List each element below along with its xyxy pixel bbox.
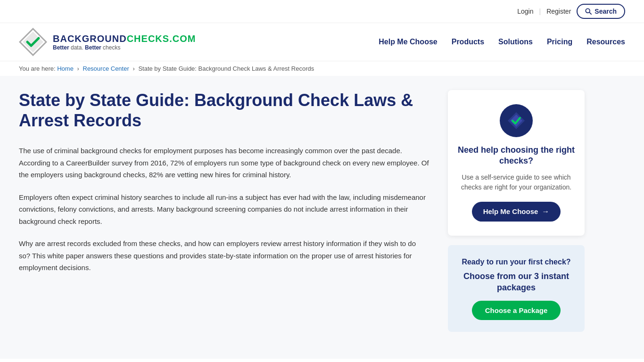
logo-tagline-better2: Better xyxy=(85,44,101,51)
sidebar-card-packages: Ready to run your first check? Choose fr… xyxy=(448,245,585,332)
logo-text: BACKGROUNDCHECKS.COM Better data. Better… xyxy=(53,33,196,51)
sidebar: Need help choosing the right checks? Use… xyxy=(448,90,585,345)
logo-tagline: Better data. Better checks xyxy=(53,44,196,51)
search-icon xyxy=(585,8,592,15)
logo-main-text: BACKGROUNDCHECKS.COM xyxy=(53,33,196,44)
breadcrumb-current: State by State Guide: Background Check L… xyxy=(138,65,314,72)
article-para-1: The use of criminal background checks fo… xyxy=(19,145,429,181)
svg-marker-3 xyxy=(23,32,43,52)
help-me-choose-button[interactable]: Help Me Choose → xyxy=(472,202,561,222)
article-body: The use of criminal background checks fo… xyxy=(19,145,429,274)
breadcrumb-home[interactable]: Home xyxy=(57,65,74,72)
sidebar-logo-icon xyxy=(507,111,526,130)
help-me-btn-label: Help Me Choose xyxy=(483,207,538,215)
logo-tagline-better1: Better xyxy=(53,44,69,51)
choose-package-button[interactable]: Choose a Package xyxy=(472,301,561,320)
top-bar: Login | Register Search xyxy=(0,0,644,23)
sidebar-card2-title: Ready to run your first check? xyxy=(457,257,575,267)
search-button[interactable]: Search xyxy=(577,4,625,19)
breadcrumb: You are here: Home › Resource Center › S… xyxy=(0,61,644,76)
breadcrumb-sep1: › xyxy=(77,65,79,72)
nav-pricing[interactable]: Pricing xyxy=(547,38,572,46)
sidebar-card-desc: Use a self-service guide to see which ch… xyxy=(457,173,575,192)
login-link[interactable]: Login xyxy=(517,8,533,15)
sidebar-card-icon xyxy=(500,104,533,137)
main-nav: Help Me Choose Products Solutions Pricin… xyxy=(379,38,625,46)
sidebar-card2-subtitle: Choose from our 3 instant packages xyxy=(457,271,575,293)
breadcrumb-resource-center[interactable]: Resource Center xyxy=(83,65,129,72)
breadcrumb-sep2: › xyxy=(132,65,134,72)
sidebar-card-help: Need help choosing the right checks? Use… xyxy=(448,90,585,236)
nav-resources[interactable]: Resources xyxy=(586,38,625,46)
search-label: Search xyxy=(594,8,617,15)
article-para-2: Employers often expect criminal history … xyxy=(19,191,429,228)
svg-line-1 xyxy=(589,12,591,14)
nav-solutions[interactable]: Solutions xyxy=(498,38,533,46)
logo-bg-text: BACKGROUND xyxy=(53,33,127,44)
main-header: BACKGROUNDCHECKS.COM Better data. Better… xyxy=(0,23,644,61)
arrow-right-icon: → xyxy=(542,207,549,216)
page-title: State by State Guide: Background Check L… xyxy=(19,90,429,131)
choose-btn-label: Choose a Package xyxy=(485,306,548,314)
logo-area: BACKGROUNDCHECKS.COM Better data. Better… xyxy=(19,28,196,56)
main-content: State by State Guide: Background Check L… xyxy=(19,90,429,345)
article-para-3: Why are arrest records excluded from the… xyxy=(19,238,429,274)
logo-icon xyxy=(19,28,47,56)
nav-help-me-choose[interactable]: Help Me Choose xyxy=(379,38,437,46)
breadcrumb-you-are-here: You are here: xyxy=(19,65,56,72)
nav-products[interactable]: Products xyxy=(452,38,484,46)
logo-checks-text: CHECKS.COM xyxy=(127,33,196,44)
register-link[interactable]: Register xyxy=(546,8,571,15)
sidebar-card-title: Need help choosing the right checks? xyxy=(457,145,575,167)
content-area: State by State Guide: Background Check L… xyxy=(0,76,644,359)
divider: | xyxy=(539,8,541,15)
